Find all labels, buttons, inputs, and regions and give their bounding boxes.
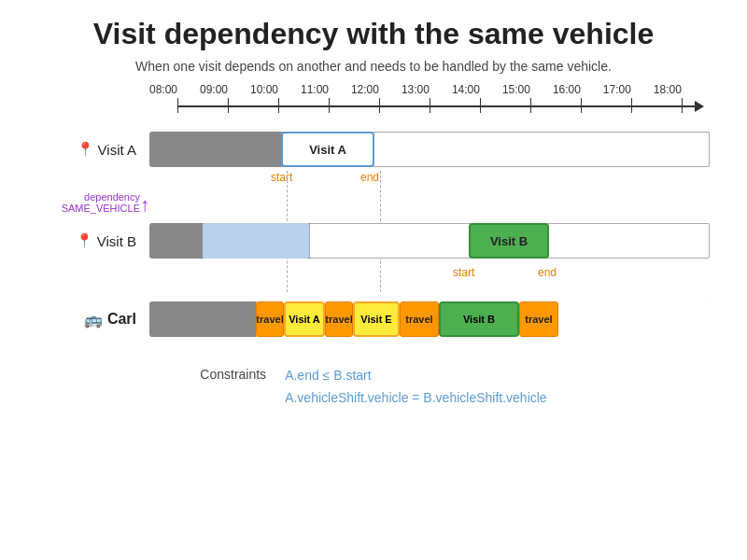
constraints-label: Constraints	[200, 365, 266, 382]
time-label-1000: 10:00	[250, 83, 278, 96]
carl-bar: travel Visit A travel Visit E travel Vis…	[149, 298, 710, 341]
visit-b-annotations: start end	[149, 262, 710, 285]
time-label-1600: 16:00	[553, 83, 581, 96]
visit-b-blue-window	[203, 223, 309, 259]
time-label-1800: 18:00	[654, 83, 682, 96]
dependency-label-container: dependency SAME_VEHICLE ↑	[37, 189, 710, 216]
visit-b-start-label: start	[453, 266, 474, 279]
visit-a-block: Visit A	[281, 132, 374, 167]
visit-a-label: 📍 Visit A	[37, 141, 149, 158]
visit-a-start-label: start	[271, 171, 292, 184]
constraint-line1: A.end ≤ B.start	[285, 365, 547, 387]
time-label-1400: 14:00	[452, 83, 480, 96]
carl-travel-3: travel	[400, 301, 439, 337]
constraints-section: Constraints A.end ≤ B.start A.vehicleShi…	[0, 365, 747, 410]
visit-b-text: Visit B	[97, 233, 136, 249]
visit-b-end-label: end	[538, 266, 557, 279]
time-label-1200: 12:00	[351, 83, 379, 96]
carl-label: 🚌 Carl	[37, 311, 149, 329]
visit-b-label: 📍 Visit B	[37, 232, 149, 249]
timeline-container: 08:00 09:00 10:00 11:00 12:00 13:00 14:0…	[37, 83, 710, 113]
constraint-line2: A.vehicleShift.vehicle = B.vehicleShift.…	[285, 387, 547, 410]
time-label-1300: 13:00	[402, 83, 430, 96]
time-label-1100: 11:00	[301, 83, 329, 96]
visit-a-annotations: start end	[149, 171, 710, 189]
visit-a-text: Visit A	[98, 142, 136, 158]
truck-icon: 🚌	[84, 311, 103, 329]
carl-row: 🚌 Carl travel Visit A travel Visit E tra…	[37, 298, 710, 341]
visit-a-end-label: end	[360, 171, 379, 184]
timeline-axis	[149, 98, 700, 113]
visit-b-row: 📍 Visit B Visit B	[37, 219, 710, 262]
time-label-1500: 15:00	[502, 83, 530, 96]
carl-travel-1: travel	[256, 301, 284, 337]
dependency-line1: dependency SAME_VEHICLE	[37, 191, 140, 214]
time-label-0900: 09:00	[200, 83, 228, 96]
rows-container: 📍 Visit A Visit A start end dependency S…	[37, 128, 710, 341]
carl-name: Carl	[107, 311, 136, 328]
carl-travel-4: travel	[519, 301, 558, 337]
carl-visit-b-block: Visit B	[439, 301, 519, 337]
page-title: Visit dependency with the same vehicle	[0, 17, 747, 51]
subtitle: When one visit depends on another and ne…	[0, 59, 747, 74]
carl-visit-a-block: Visit A	[284, 301, 325, 337]
timeline-labels: 08:00 09:00 10:00 11:00 12:00 13:00 14:0…	[37, 83, 710, 96]
pin-icon-b: 📍	[76, 232, 93, 249]
time-label-0800: 08:00	[149, 83, 177, 96]
visit-b-bar: Visit B	[149, 219, 710, 262]
visit-b-block: Visit B	[469, 223, 549, 259]
visit-a-bar: Visit A	[149, 128, 710, 171]
constraints-text: A.end ≤ B.start A.vehicleShift.vehicle =…	[285, 365, 547, 410]
carl-travel-2: travel	[325, 301, 353, 337]
visit-a-row: 📍 Visit A Visit A	[37, 128, 710, 171]
time-label-1700: 17:00	[603, 83, 631, 96]
pin-icon-a: 📍	[77, 141, 94, 158]
carl-visit-e-block: Visit E	[353, 301, 400, 337]
